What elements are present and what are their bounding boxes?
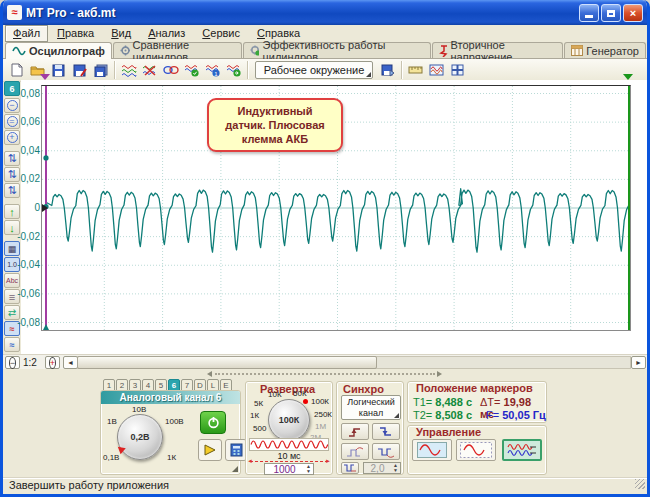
scroll-right-button[interactable]: ► [631, 356, 646, 369]
pulse-positive-button[interactable] [341, 443, 369, 460]
tab-secondary-voltage[interactable]: Вторичное напряжение [432, 42, 564, 58]
split-cross-icon [451, 64, 464, 76]
level-spinner[interactable]: 2,0 ▲▼ [363, 462, 401, 474]
t1-readout: T1= 8,488 с [413, 396, 472, 408]
close-button[interactable]: × [623, 4, 643, 22]
stream-capture-button[interactable] [502, 439, 542, 461]
sweep-window-label: 10 мс [246, 451, 332, 461]
calculator-icon [230, 443, 243, 457]
ruler-icon [408, 65, 423, 75]
splitter-right-arrow-icon [437, 371, 442, 377]
new-file-button[interactable] [6, 60, 27, 80]
app-icon: ≈ [7, 5, 22, 20]
power-icon [207, 416, 220, 429]
minimize-button[interactable] [579, 4, 599, 22]
splitter-grip [215, 373, 435, 375]
split-view-button[interactable] [447, 60, 468, 80]
loop-waves-button[interactable] [160, 60, 181, 80]
spinner-arrows-icon[interactable]: ▲▼ [304, 464, 313, 474]
scroll-left-button[interactable]: ◄ [63, 356, 78, 369]
plot[interactable]: Индуктивный датчик. Плюсовая клемма АКБ [41, 85, 631, 331]
repeat-capture-button[interactable] [456, 439, 496, 461]
show-all-waves-button[interactable] [118, 60, 139, 80]
marker-t2-handle[interactable] [623, 74, 633, 80]
display-mode-button[interactable] [426, 60, 447, 80]
y-tick-label: 0,08 [10, 88, 40, 99]
spinner-arrows-icon[interactable]: ▲▼ [391, 463, 400, 473]
maximize-button[interactable] [601, 4, 621, 22]
abc-icon: Abc [6, 277, 18, 284]
menu-Файл[interactable]: Файл [5, 25, 48, 42]
knob-label: 1К [167, 453, 176, 462]
chart-annotation[interactable]: Индуктивный датчик. Плюсовая клемма АКБ [207, 98, 343, 152]
window-title: MT Pro - акб.mt [26, 6, 577, 20]
trigger-rising-button[interactable] [341, 423, 369, 440]
channel-panel-title: Аналоговый канал 6 [101, 391, 240, 404]
save-as-button[interactable] [69, 60, 90, 80]
red-sine-icon [250, 439, 328, 450]
zoom-in-y-button[interactable]: + [4, 130, 20, 145]
waves-window-icon [429, 64, 444, 76]
panel-splitter[interactable] [3, 369, 647, 380]
marker-t1-handle[interactable] [40, 74, 50, 80]
knob-label: 100В [165, 417, 184, 426]
single-capture-button[interactable] [412, 439, 452, 461]
tab-generator[interactable]: Генератор [564, 42, 646, 58]
trigger-level-button[interactable] [341, 462, 359, 474]
channel-power-button[interactable] [200, 411, 226, 434]
sync-title: Синхро [343, 383, 384, 395]
y-tick-label: -0,04 [10, 259, 40, 270]
zoom-out-y-button[interactable]: − [4, 98, 20, 113]
compress-vertical-button[interactable]: ⇅ [4, 183, 20, 198]
title-bar[interactable]: ≈ MT Pro - акб.mt × [3, 0, 647, 25]
falling-edge-icon [378, 426, 394, 438]
chart-area: Индуктивный датчик. Плюсовая клемма АКБ … [21, 80, 647, 354]
control-panel: 1234567DLE Аналоговый канал 6 0,2В 10В 1… [3, 380, 647, 477]
new-file-icon [11, 63, 23, 77]
tab-bar: Осциллограф Сравнение цилиндров Эффектив… [3, 42, 647, 59]
measure-tool-button[interactable] [405, 60, 426, 80]
hide-waves-button[interactable] [139, 60, 160, 80]
labels-toggle-button[interactable]: Abc [4, 273, 20, 288]
y-tick-label: 0,04 [10, 145, 40, 156]
workspace-dropdown[interactable]: Рабочее окружение [255, 61, 373, 79]
tab-cylinder-compare[interactable]: Сравнение цилиндров [113, 42, 242, 58]
channel-range-value: 0,2В [118, 415, 162, 459]
knob-label: 1М [315, 422, 326, 431]
app-window: ≈ MT Pro - акб.mt × ФайлПравкаВидАнализС… [0, 0, 650, 497]
channel-probe-button[interactable] [198, 439, 222, 461]
stream-waves-icon [506, 442, 538, 458]
trigger-falling-button[interactable] [372, 423, 400, 440]
save-workspace-icon [381, 64, 395, 77]
tab-cylinder-efficiency[interactable]: Эффективность работы цилиндров [243, 42, 431, 58]
wave-export-button[interactable] [223, 60, 244, 80]
x-zoom-out-button[interactable]: − [5, 356, 20, 369]
resize-grip[interactable] [635, 479, 645, 489]
samples-spinner[interactable]: 1000 ▲▼ [264, 463, 314, 475]
hv-probe-icon [439, 45, 448, 57]
sync-source-dropdown[interactable]: Логический канал [341, 395, 401, 420]
tab-oscilloscope[interactable]: Осциллограф [5, 42, 112, 59]
pulse-negative-button[interactable] [372, 443, 400, 460]
menu-Правка[interactable]: Правка [49, 25, 102, 42]
wave-alt-view-button[interactable]: ≈ [4, 337, 20, 352]
channel-calculator-button[interactable] [225, 439, 247, 461]
save-button[interactable] [48, 60, 69, 80]
wave-check-button[interactable] [181, 60, 202, 80]
waves-one-icon: 1 [205, 64, 221, 77]
wave-one-button[interactable]: 1 [202, 60, 223, 80]
updown-arrows-icon: ⇅ [7, 184, 16, 197]
scrollbar-thumb[interactable] [77, 356, 377, 369]
save-workspace-button[interactable] [377, 60, 398, 80]
knob-label: 1В [107, 417, 117, 426]
horizontal-scroll-row: − 1:2 + ◄ ► [3, 354, 647, 369]
sweep-rate-knob[interactable]: 100К [268, 399, 310, 441]
resize-grip-icon[interactable] [232, 466, 238, 472]
grid-toggle-button[interactable]: ▦ [4, 241, 20, 256]
x-zoom-in-button[interactable]: + [45, 356, 60, 369]
marker-t1-point[interactable] [43, 155, 48, 160]
single-wave-icon [417, 442, 447, 458]
channel-range-knob[interactable]: 0,2В [117, 414, 163, 460]
save-all-button[interactable] [90, 60, 111, 80]
sine-icon [12, 46, 26, 56]
